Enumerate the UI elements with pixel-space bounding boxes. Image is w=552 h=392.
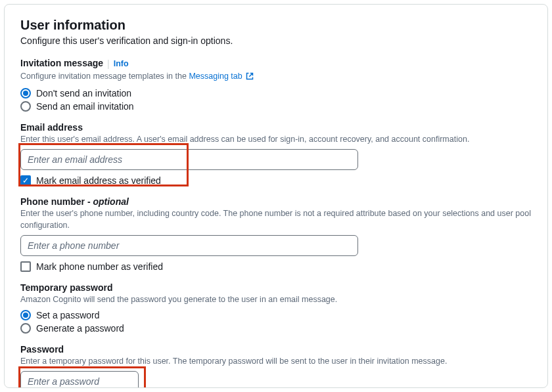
temp-password-section: Temporary password Amazon Cognito will s… bbox=[20, 282, 532, 334]
temp-password-label: Temporary password bbox=[20, 282, 532, 293]
page-title: User information bbox=[20, 18, 532, 33]
separator: | bbox=[107, 58, 110, 69]
temp-password-helper: Amazon Cognito will send the password yo… bbox=[20, 294, 532, 306]
checkbox-icon bbox=[20, 175, 31, 186]
messaging-tab-link[interactable]: Messaging tab bbox=[189, 72, 242, 81]
temp-password-option-generate[interactable]: Generate a password bbox=[20, 323, 532, 334]
checkbox-label: Mark email address as verified bbox=[36, 175, 161, 186]
radio-label: Don't send an invitation bbox=[36, 88, 131, 98]
password-helper: Enter a temporary password for this user… bbox=[20, 356, 532, 368]
invitation-info-link[interactable]: Info bbox=[114, 59, 129, 68]
phone-section: Phone number - optional Enter the user's… bbox=[20, 196, 532, 272]
email-section: Email address Enter this user's email ad… bbox=[20, 122, 532, 186]
temp-password-option-set[interactable]: Set a password bbox=[20, 310, 532, 320]
radio-icon bbox=[20, 310, 31, 320]
phone-helper: Enter the user's phone number, including… bbox=[20, 208, 532, 231]
radio-icon bbox=[20, 323, 31, 334]
email-input[interactable] bbox=[20, 149, 358, 170]
email-helper: Enter this user's email address. A user'… bbox=[20, 134, 532, 146]
email-verified-checkbox[interactable]: Mark email address as verified bbox=[20, 175, 532, 186]
user-information-panel: User information Configure this user's v… bbox=[4, 4, 548, 388]
radio-label: Send an email invitation bbox=[36, 101, 134, 112]
password-input[interactable] bbox=[20, 371, 139, 388]
external-link-icon bbox=[246, 72, 254, 84]
invitation-helper: Configure invitation message templates i… bbox=[20, 71, 532, 84]
radio-label: Generate a password bbox=[36, 323, 124, 334]
phone-label: Phone number - optional bbox=[20, 196, 532, 207]
checkbox-label: Mark phone number as verified bbox=[36, 261, 163, 272]
invitation-label: Invitation message bbox=[20, 58, 103, 68]
radio-icon bbox=[20, 88, 31, 98]
invitation-option-dont-send[interactable]: Don't send an invitation bbox=[20, 88, 532, 98]
email-label: Email address bbox=[20, 122, 532, 133]
checkbox-icon bbox=[20, 261, 31, 272]
invitation-label-row: Invitation message | Info bbox=[20, 58, 532, 70]
page-subtitle: Configure this user's verification and s… bbox=[20, 35, 532, 46]
password-label: Password bbox=[20, 344, 532, 355]
invitation-option-email[interactable]: Send an email invitation bbox=[20, 101, 532, 112]
phone-verified-checkbox[interactable]: Mark phone number as verified bbox=[20, 261, 532, 272]
password-section: Password Enter a temporary password for … bbox=[20, 344, 532, 389]
radio-icon bbox=[20, 101, 31, 112]
phone-input[interactable] bbox=[20, 235, 358, 256]
radio-label: Set a password bbox=[36, 310, 100, 320]
